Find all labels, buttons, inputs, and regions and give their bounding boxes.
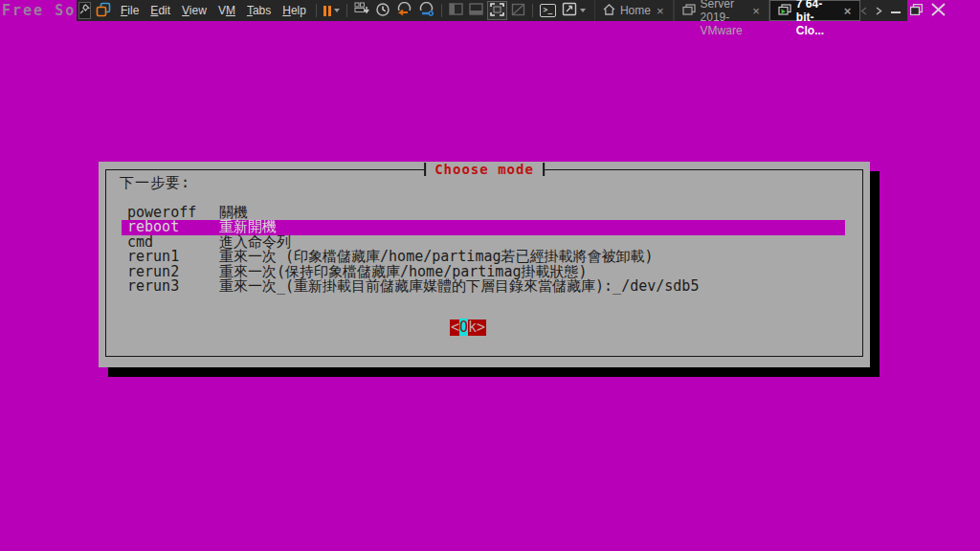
take-snapshot-button[interactable] [373, 1, 392, 20]
toolbar-separator [346, 4, 347, 17]
console-view-button[interactable]: >_ [538, 1, 558, 20]
toolbar-separator [316, 4, 317, 17]
fullscreen-icon [490, 3, 504, 19]
pause-vm-button[interactable] [322, 1, 342, 20]
pin-button[interactable] [78, 2, 91, 19]
pin-icon [79, 4, 90, 17]
menu-view[interactable]: View [177, 4, 212, 17]
vm-monitor-icon [682, 4, 696, 18]
tab-scroll-left-icon[interactable] [860, 7, 867, 15]
tab-home[interactable]: Home × [594, 0, 674, 21]
console-background-text: Free Sof [2, 2, 86, 19]
restore-button[interactable] [910, 4, 923, 18]
tab-centos[interactable]: CentOS 7 64-bit-Clo... × [769, 0, 861, 21]
snapshot-manager-icon [418, 2, 434, 20]
snapshot-manager-button[interactable] [416, 1, 436, 20]
console-view-icon: >_ [540, 4, 556, 17]
thumbnail-bar-icon [469, 3, 483, 18]
mode-list: poweroff關機 reboot重新開機 cmd進入命令列 rerun1重來一… [122, 206, 845, 294]
tab-label: CentOS 7 64-bit-Clo... [796, 0, 838, 37]
snapshot-revert-icon [396, 2, 412, 20]
text-cursor: O [459, 319, 468, 336]
snapshot-take-icon [375, 2, 390, 20]
toolbar-separator [441, 4, 442, 17]
tab-close-icon[interactable]: × [656, 5, 665, 17]
menu-edit[interactable]: Edit [145, 4, 175, 17]
vmware-toolbar: File Edit View VM Tabs Help [77, 0, 907, 21]
send-ctrl-alt-del-icon [354, 2, 369, 19]
chevron-down-icon [580, 9, 586, 12]
tab-scroll-right-icon[interactable] [876, 7, 882, 15]
tab-close-icon[interactable]: × [751, 5, 761, 17]
pause-vm-icon [323, 6, 331, 16]
vmware-logo-icon [96, 2, 111, 20]
dialog-title: Choose mode [424, 163, 545, 176]
list-item-rerun3[interactable]: rerun3重來一次_(重新掛載目前儲藏庫媒體的下層目錄來當儲藏庫):_/dev… [122, 279, 845, 294]
unity-mode-icon [511, 3, 525, 19]
library-pane-icon [449, 3, 463, 18]
menu-vm[interactable]: VM [213, 4, 240, 17]
tab-windows-server[interactable]: Windows Server 2019-VMware × [674, 0, 769, 21]
unity-mode-button[interactable] [509, 1, 527, 20]
menu-file[interactable]: File [116, 4, 144, 17]
revert-snapshot-button[interactable] [394, 1, 414, 20]
stretch-guest-icon [562, 2, 577, 19]
close-button[interactable] [931, 3, 946, 19]
vm-monitor-play-icon [778, 4, 791, 18]
toolbar-separator [532, 4, 533, 17]
stretch-guest-button[interactable] [560, 1, 588, 20]
tab-close-icon[interactable]: × [843, 5, 853, 17]
choose-mode-dialog: Choose mode 下一步要: poweroff關機 reboot重新開機 … [99, 162, 870, 367]
menu-help[interactable]: Help [278, 4, 311, 17]
menu-tabs[interactable]: Tabs [242, 4, 276, 17]
tab-label: Windows Server 2019-VMware [701, 0, 747, 37]
fullscreen-button[interactable] [487, 1, 507, 20]
tab-strip: Home × Windows Server 2019-VMware × Cent… [594, 0, 861, 21]
send-ctrl-alt-del-button[interactable] [352, 1, 371, 20]
ok-button[interactable]: <Ok> [450, 320, 486, 336]
window-controls [860, 3, 953, 19]
home-icon [603, 4, 615, 18]
show-thumbnail-bar-button[interactable] [467, 1, 485, 20]
chevron-down-icon [334, 9, 340, 12]
minimize-button[interactable] [891, 4, 902, 17]
tab-label: Home [620, 4, 651, 17]
show-library-button[interactable] [447, 1, 465, 20]
dialog-prompt: 下一步要: [120, 174, 190, 192]
